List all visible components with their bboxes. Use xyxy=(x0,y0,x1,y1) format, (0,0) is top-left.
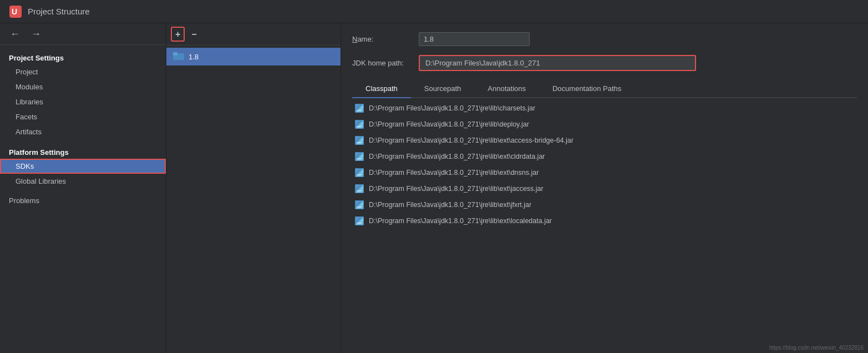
jar-icon xyxy=(354,200,364,210)
tabs-row: Classpath Sourcepath Annotations Documen… xyxy=(352,80,857,98)
sidebar-item-global-libraries[interactable]: Global Libraries xyxy=(0,174,166,189)
sidebar-item-project[interactable]: Project xyxy=(0,64,166,79)
jar-icon xyxy=(354,103,364,113)
classpath-list: D:\Program Files\Java\jdk1.8.0_271\jre\l… xyxy=(352,100,857,344)
list-item[interactable]: D:\Program Files\Java\jdk1.8.0_271\jre\l… xyxy=(352,100,857,117)
svg-rect-4 xyxy=(173,52,177,54)
window-title: Project Structure xyxy=(28,7,90,16)
sdk-toolbar: + − xyxy=(166,23,341,46)
tab-annotations[interactable]: Annotations xyxy=(474,80,539,98)
jar-icon xyxy=(354,216,364,226)
sdk-folder-icon xyxy=(173,51,184,62)
content-panel: Name: JDK home path: Classpath Sourcepat… xyxy=(341,23,868,353)
remove-sdk-button[interactable]: − xyxy=(187,27,201,42)
sdk-name: 1.8 xyxy=(189,53,199,61)
project-settings-label: Project Settings xyxy=(0,49,166,64)
jar-icon xyxy=(354,119,364,129)
back-button[interactable]: ← xyxy=(7,28,23,40)
watermark: https://blog.csdn.net/weixin_40232816 xyxy=(769,345,864,351)
list-item[interactable]: D:\Program Files\Java\jdk1.8.0_271\jre\l… xyxy=(352,197,857,213)
list-item[interactable]: D:\Program Files\Java\jdk1.8.0_271\jre\l… xyxy=(352,117,857,133)
title-bar: U Project Structure xyxy=(0,0,868,23)
jdk-path-row: JDK home path: xyxy=(352,55,857,71)
jdk-path-label: JDK home path: xyxy=(352,59,419,67)
sidebar-item-libraries[interactable]: Libraries xyxy=(0,94,166,109)
sidebar-item-facets[interactable]: Facets xyxy=(0,109,166,124)
tab-documentation-paths[interactable]: Documentation Paths xyxy=(539,80,634,98)
jar-icon xyxy=(354,168,364,178)
list-item[interactable]: D:\Program Files\Java\jdk1.8.0_271\jre\l… xyxy=(352,149,857,165)
jdk-path-input[interactable] xyxy=(419,55,696,71)
sidebar-content: Project Settings Project Modules Librari… xyxy=(0,45,166,353)
add-sdk-button[interactable]: + xyxy=(171,27,185,42)
sidebar-item-problems[interactable]: Problems xyxy=(0,193,166,208)
name-input[interactable] xyxy=(419,32,530,46)
main-layout: ← → Project Settings Project Modules Lib… xyxy=(0,23,868,353)
nav-buttons: ← → xyxy=(0,23,166,45)
sdk-list: 1.8 xyxy=(166,46,341,353)
list-item[interactable]: D:\Program Files\Java\jdk1.8.0_271\jre\l… xyxy=(352,213,857,229)
svg-text:U: U xyxy=(12,7,17,16)
list-item[interactable]: D:\Program Files\Java\jdk1.8.0_271\jre\l… xyxy=(352,165,857,181)
sdk-item-1.8[interactable]: 1.8 xyxy=(166,48,341,65)
forward-button[interactable]: → xyxy=(28,28,44,40)
jar-icon xyxy=(354,152,364,162)
name-field-row: Name: xyxy=(352,32,857,46)
jar-icon xyxy=(354,184,364,194)
sidebar-item-modules[interactable]: Modules xyxy=(0,79,166,94)
platform-settings-label: Platform Settings xyxy=(0,144,166,159)
jar-icon xyxy=(354,135,364,145)
app-icon: U xyxy=(9,5,22,18)
sdk-list-panel: + − 1.8 xyxy=(166,23,341,353)
sidebar-item-artifacts[interactable]: Artifacts xyxy=(0,124,166,139)
sidebar: ← → Project Settings Project Modules Lib… xyxy=(0,23,166,353)
name-label: Name: xyxy=(352,35,419,43)
list-item[interactable]: D:\Program Files\Java\jdk1.8.0_271\jre\l… xyxy=(352,133,857,149)
tab-classpath[interactable]: Classpath xyxy=(352,80,411,98)
sidebar-item-sdks[interactable]: SDKs xyxy=(0,159,166,174)
tab-sourcepath[interactable]: Sourcepath xyxy=(411,80,475,98)
list-item[interactable]: D:\Program Files\Java\jdk1.8.0_271\jre\l… xyxy=(352,181,857,197)
